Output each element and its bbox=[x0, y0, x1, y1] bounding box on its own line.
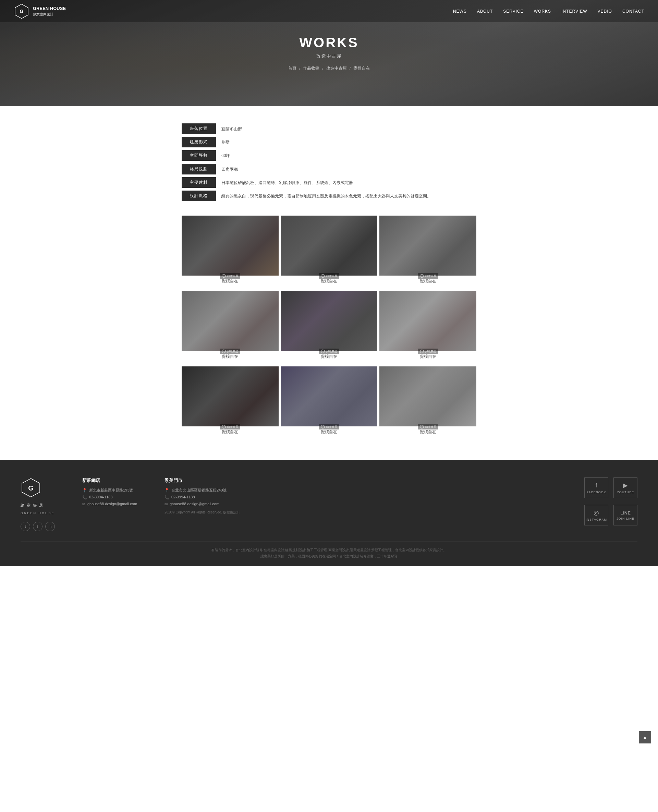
footer-branches: 新莊總店 📍 新北市新莊區中原路193號 📞 02-8994-1188 ✉ gh… bbox=[82, 478, 564, 531]
gallery-item-5[interactable]: 綠意築居 覺樸自在 bbox=[281, 291, 378, 364]
gallery-item-9[interactable]: 綠意築居 覺樸自在 bbox=[379, 367, 476, 440]
breadcrumb-renovate[interactable]: 改造中古屋 bbox=[326, 66, 347, 71]
watermark-5: 綠意築居 bbox=[319, 349, 339, 354]
email-icon: ✉ bbox=[82, 502, 85, 506]
gallery-item-1[interactable]: 綠意築居 覺樸自在 bbox=[182, 216, 279, 289]
logo-icon: G bbox=[14, 3, 30, 19]
info-table: 座落位置 宜蘭冬山鄉 建築形式 別墅 空間坪數 60坪 格局規劃 四房兩廳 主要… bbox=[182, 124, 476, 202]
gallery-image-4: 綠意築居 bbox=[182, 291, 279, 351]
branch-xinjhuang-address: 📍 新北市新莊區中原路193號 bbox=[82, 488, 144, 493]
nav-interview[interactable]: INTERVIEW bbox=[561, 9, 587, 14]
logo-text: GREEN HOUSE 創意室內設計 bbox=[33, 5, 66, 16]
navigation: G GREEN HOUSE 創意室內設計 NEWS ABOUT SERVICE … bbox=[0, 0, 658, 22]
svg-marker-10 bbox=[420, 425, 424, 428]
footer: G 綠 意 築 居 GREEN HOUSE t f in 新莊總店 📍 新北市新… bbox=[0, 460, 658, 566]
label-materials: 主要建材 bbox=[182, 177, 216, 188]
hero-subtitle: 改造中古屋 bbox=[288, 53, 370, 59]
footer-social-big-row2: ◎ INSTAGRAM LINE JOIN LINE bbox=[584, 505, 638, 525]
value-size: 60坪 bbox=[216, 150, 476, 161]
gallery-item-6[interactable]: 綠意築居 覺樸自在 bbox=[379, 291, 476, 364]
nav-news[interactable]: NEWS bbox=[453, 9, 467, 14]
line-big-btn[interactable]: LINE JOIN LINE bbox=[613, 505, 638, 525]
nav-works[interactable]: WORKS bbox=[534, 9, 551, 14]
gallery-image-3: 綠意築居 bbox=[379, 216, 476, 276]
branch-xinjhuang-name: 新莊總店 bbox=[82, 478, 144, 484]
svg-marker-5 bbox=[222, 350, 226, 353]
gallery-image-1: 綠意築居 bbox=[182, 216, 279, 276]
svg-marker-8 bbox=[222, 425, 226, 428]
svg-marker-9 bbox=[321, 425, 324, 428]
watermark-4: 綠意築居 bbox=[220, 349, 240, 354]
gallery-item-3[interactable]: 綠意築居 覺樸自在 bbox=[379, 216, 476, 289]
breadcrumb-sep1: / bbox=[299, 66, 300, 71]
gallery-image-2: 綠意築居 bbox=[281, 216, 378, 276]
branch-jingmei-email: ✉ ghouse88.design@gmail.com bbox=[164, 502, 240, 506]
nav-service[interactable]: SERVICE bbox=[503, 9, 523, 14]
instagram-label: INSTAGRAM bbox=[586, 518, 607, 521]
gallery-image-6: 綠意築居 bbox=[379, 291, 476, 351]
nav-contact[interactable]: CONTACT bbox=[622, 9, 644, 14]
svg-text:G: G bbox=[28, 484, 34, 492]
svg-marker-6 bbox=[321, 350, 324, 353]
gallery-item-7[interactable]: 綠意築居 覺樸自在 bbox=[182, 367, 279, 440]
location-icon: 📍 bbox=[82, 488, 87, 492]
logo[interactable]: G GREEN HOUSE 創意室內設計 bbox=[14, 3, 66, 19]
watermark-3: 綠意築居 bbox=[418, 273, 438, 279]
phone-icon: 📞 bbox=[82, 495, 87, 500]
hero-title: WORKS bbox=[288, 35, 370, 50]
branch-xinjhuang-email: ✉ ghouse88.design@gmail.com bbox=[82, 502, 144, 506]
watermark-8: 綠意築居 bbox=[319, 424, 339, 430]
svg-marker-2 bbox=[222, 274, 226, 277]
branch-jingmei-address: 📍 台北市文山區羅斯福路五段240號 bbox=[164, 488, 240, 493]
value-location: 宜蘭冬山鄉 bbox=[216, 124, 476, 135]
gallery-item-2[interactable]: 綠意築居 覺樸自在 bbox=[281, 216, 378, 289]
facebook-big-btn[interactable]: f FACEBOOK bbox=[584, 478, 608, 498]
facebook-icon: f bbox=[595, 482, 597, 489]
main-content: 座落位置 宜蘭冬山鄉 建築形式 別墅 空間坪數 60坪 格局規劃 四房兩廳 主要… bbox=[175, 106, 483, 460]
youtube-big-btn[interactable]: ▶ YOUTUBE bbox=[613, 478, 638, 498]
gallery-item-4[interactable]: 綠意築居 覺樸自在 bbox=[182, 291, 279, 364]
footer-social-big-row1: f FACEBOOK ▶ YOUTUBE bbox=[584, 478, 638, 498]
branch-jingmei-name: 景美門市 bbox=[164, 478, 240, 484]
footer-logo-area: G 綠 意 築 居 GREEN HOUSE t f in bbox=[20, 478, 62, 531]
info-row-layout: 格局規劃 四房兩廳 bbox=[182, 164, 476, 175]
footer-bottom-text2: 讓出美好居所的一方美，穩固你心美好的在宅空間！台北室內設計裝修管窗，三十年豐鄰資 bbox=[20, 553, 638, 560]
breadcrumb: 首頁 / 作品收錄 / 改造中古屋 / 覺樸自在 bbox=[288, 66, 370, 71]
label-style: 設計風格 bbox=[182, 191, 216, 201]
email-icon-2: ✉ bbox=[164, 502, 168, 506]
gallery-image-7: 綠意築居 bbox=[182, 367, 279, 426]
label-size: 空間坪數 bbox=[182, 150, 216, 161]
breadcrumb-works[interactable]: 作品收錄 bbox=[303, 66, 320, 71]
footer-copyright: 2020© Copyright All Rights Reserved. 版權處… bbox=[164, 510, 240, 515]
info-row-location: 座落位置 宜蘭冬山鄉 bbox=[182, 124, 476, 135]
branch-xinjhuang-phone: 📞 02-8994-1188 bbox=[82, 495, 144, 500]
gallery-image-5: 綠意築居 bbox=[281, 291, 378, 351]
youtube-icon: ▶ bbox=[623, 481, 628, 489]
footer-bottom: 有製作的需求，台北室內設計裝修‧住宅室內設計,建築規劃設計,施工工程管理,商業空… bbox=[20, 542, 638, 560]
svg-marker-4 bbox=[420, 274, 424, 277]
info-row-type: 建築形式 別墅 bbox=[182, 137, 476, 148]
gallery-item-8[interactable]: 綠意築居 覺樸自在 bbox=[281, 367, 378, 440]
footer-twitter-btn[interactable]: t bbox=[20, 522, 30, 531]
watermark-6: 綠意築居 bbox=[418, 349, 438, 354]
footer-facebook-btn[interactable]: f bbox=[33, 522, 42, 531]
footer-instagram-btn[interactable]: in bbox=[45, 522, 55, 531]
footer-bottom-text1: 有製作的需求，台北室內設計裝修‧住宅室內設計,建築規劃設計,施工工程管理,商業空… bbox=[20, 547, 638, 553]
nav-links: NEWS ABOUT SERVICE WORKS INTERVIEW VEDIO… bbox=[453, 9, 644, 14]
breadcrumb-sep3: / bbox=[349, 66, 351, 71]
phone-icon-2: 📞 bbox=[164, 495, 169, 500]
nav-vedio[interactable]: VEDIO bbox=[598, 9, 612, 14]
location-icon-2: 📍 bbox=[164, 488, 169, 492]
hero-content: WORKS 改造中古屋 首頁 / 作品收錄 / 改造中古屋 / 覺樸自在 bbox=[288, 35, 370, 71]
footer-social-small: t f in bbox=[20, 522, 55, 531]
instagram-big-btn[interactable]: ◎ INSTAGRAM bbox=[584, 505, 608, 525]
breadcrumb-current: 覺樸自在 bbox=[353, 66, 370, 71]
value-materials: 日本磁位矽酸鈣板、進口磁磚、乳膠漆噴漆、維件、系統燈、內嵌式電器 bbox=[216, 177, 476, 188]
line-label: JOIN LINE bbox=[617, 517, 634, 520]
nav-about[interactable]: ABOUT bbox=[477, 9, 493, 14]
breadcrumb-home[interactable]: 首頁 bbox=[288, 66, 296, 71]
svg-marker-3 bbox=[321, 274, 324, 277]
footer-logo-icon: G bbox=[20, 478, 41, 499]
watermark-9: 綠意築居 bbox=[418, 424, 438, 430]
info-row-materials: 主要建材 日本磁位矽酸鈣板、進口磁磚、乳膠漆噴漆、維件、系統燈、內嵌式電器 bbox=[182, 177, 476, 188]
